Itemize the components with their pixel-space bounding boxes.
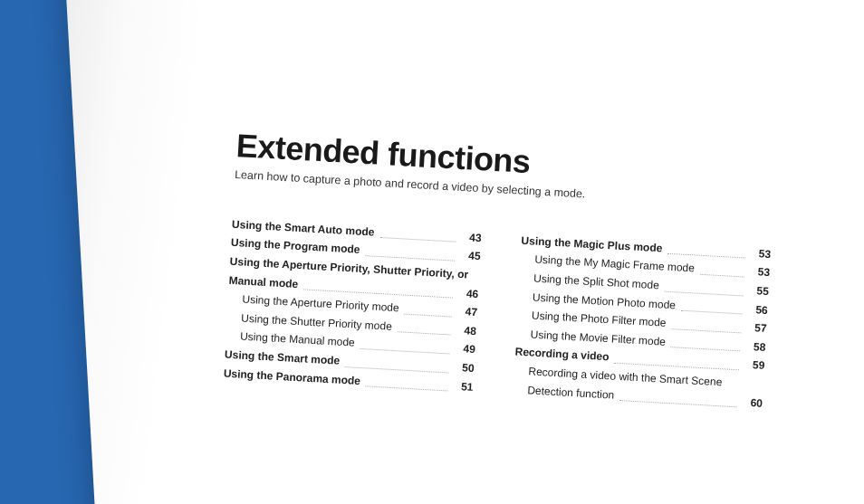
page-content: Extended functions Learn how to capture …	[223, 128, 798, 414]
toc-entry-page: 53	[750, 263, 771, 281]
toc-leader	[404, 313, 452, 317]
toc-entry-page: 53	[751, 245, 772, 263]
toc-entry-page: 56	[747, 300, 768, 319]
toc-leader	[681, 310, 743, 315]
toc-leader	[671, 328, 741, 333]
toc-entry-page: 46	[458, 285, 479, 303]
toc-entry-page: 55	[748, 282, 769, 300]
toc-leader	[366, 385, 448, 391]
toc-left-column: Using the Smart Auto mode43Using the Pro…	[223, 215, 482, 396]
toc-right-column: Using the Magic Plus mode53Using the My …	[513, 232, 772, 413]
toc-entry-page: 47	[457, 303, 478, 321]
toc-entry-page: 49	[455, 340, 475, 358]
toc-entry-page: 48	[456, 322, 476, 340]
toc-columns: Using the Smart Auto mode43Using the Pro…	[223, 215, 792, 414]
toc-leader	[700, 274, 744, 278]
toc-entry-page: 58	[745, 338, 766, 356]
toc-leader	[671, 347, 741, 351]
toc-entry-page: 45	[460, 247, 481, 265]
toc-leader	[397, 332, 450, 336]
toc-entry-page: 51	[453, 377, 474, 395]
toc-entry-page: 43	[461, 229, 482, 247]
toc-entry-page: 57	[746, 319, 767, 338]
toc-entry-page: 50	[454, 359, 475, 377]
toc-entry-page: 59	[744, 357, 765, 375]
stage: Extended functions Learn how to capture …	[0, 0, 864, 504]
toc-entry-page: 60	[742, 394, 763, 412]
